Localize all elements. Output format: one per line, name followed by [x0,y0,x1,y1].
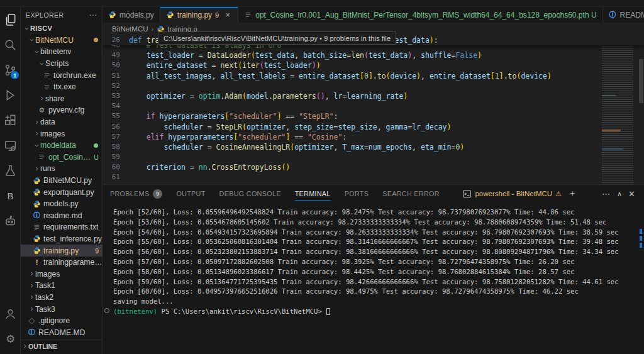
tree-item-exportquant.py[interactable]: exportquant.py [21,186,103,198]
breadcrumb[interactable]: BitNetMCU › training.p C:\Users\ankit\ri… [103,23,644,35]
code-line[interactable]: 60 criterion = nn.CrossEntropyLoss() [103,162,644,172]
code-text: criterion = nn.CrossEntropyLoss() [129,162,290,172]
chevron-right-icon [38,96,45,101]
tree-item-task2[interactable]: task2 [21,292,103,304]
tree-item-torchrun.exe[interactable]: torchrun.exe [21,69,103,81]
activity-item-accounts[interactable] [0,301,21,326]
tree-item-Task3[interactable]: Task3 [21,303,103,315]
badge: 1 [11,71,19,79]
close-icon[interactable]: ✕ [628,188,635,199]
chevron-right-icon [33,119,40,125]
outline-section[interactable]: OUTLINE [21,340,103,352]
tree-item-requirements.txt[interactable]: requirements.txt [21,221,103,233]
tab-models.py[interactable]: models.py [103,7,160,23]
activity-item-remote-explorer[interactable] [0,133,21,158]
tree-item-pyvenv.cfg[interactable]: ⚙pyvenv.cfg [21,104,103,116]
chevron-up-icon[interactable]: ∧ [617,188,622,199]
activity-item-explorer[interactable] [0,7,21,32]
activity-item-copilot[interactable] [0,208,21,233]
activity-item-testing[interactable] [0,158,21,183]
tab-opt_Cosine_lr0.001_Aug_B[interactable]: opt_Cosine_lr0.001_Aug_BitMnist_PerTenso… [238,7,602,23]
code-line[interactable]: 49 test_loader = DataLoader(test_data, b… [103,50,644,60]
code-line[interactable]: 50 entire_dataset = next(iter(test_loade… [103,60,644,70]
tree-item-label: images [40,130,65,138]
panel-tab-problems[interactable]: PROBLEMS9 [110,185,162,202]
tree-item-BitNetMCU.py[interactable]: BitNetMCU.py [21,175,103,187]
code-text: scheduler = CosineAnnealingLR(optimizer,… [129,142,464,152]
terminal-session-label: powershell - BitNetMCU [475,190,552,197]
tree-item-label: models.py [43,199,79,208]
panel-tab-ports[interactable]: PORTS [345,185,369,202]
activity-item-source-control[interactable]: 1 [0,57,21,82]
tree-item-ttx.exe[interactable]: ttx.exe [21,81,103,93]
tree-item-images[interactable]: images [21,128,103,140]
panel-tab-debug-console[interactable]: DEBUG CONSOLE [219,185,281,202]
activity-item-run-debug[interactable] [0,82,21,108]
code-editor[interactable]: 26def train_model(model, device, hyperpa… [103,35,644,184]
tree-item-data[interactable]: data [21,116,103,128]
plus-icon[interactable]: ＋ [568,188,577,199]
close-icon[interactable]: × [223,11,232,19]
panel-tab-label: DEBUG CONSOLE [219,190,281,197]
tab-README.MD[interactable]: ⓘREADME.MD [603,7,644,23]
tab-training.py[interactable]: training.py9× [160,7,239,23]
activity-item-settings[interactable]: ⚙ [0,326,21,351]
code-line[interactable]: 54 [103,101,644,111]
tree-item-BitNetMCU[interactable]: BitNetMCU [21,35,103,47]
ellipsis-icon[interactable]: ⋯ [89,11,97,19]
code-text: scheduler = StepLR(optimizer, step_size=… [129,122,451,132]
tabs: models.pytraining.py9×opt_Cosine_lr0.001… [103,7,644,23]
python-file-icon [33,200,41,208]
chevron-right-icon [33,131,40,136]
command-marker-icon [104,308,109,313]
tree-item-Task1[interactable]: Task1 [21,280,103,292]
tree-item-label: README.MD [38,328,85,337]
run-debug-icon [4,89,17,102]
line-number: 48 [103,45,129,50]
line-number: 59 [103,152,129,162]
terminal-output[interactable]: Epoch [52/60], Loss: 0.05596496492548824… [103,207,635,354]
tree-item-models.py[interactable]: models.py [21,198,103,210]
tree-item-bitnetenv[interactable]: bitnetenv [21,46,103,58]
tree-item-readme.md[interactable]: ⓘreadme.md [21,210,103,222]
terminal-session-item[interactable]: powershell - BitNetMCU⚠ [462,189,562,199]
breadcrumb-folder[interactable]: BitNetMCU [112,25,148,33]
panel-tab-search-error[interactable]: SEARCH ERROR [382,185,440,202]
tree-item-RISCV[interactable]: RISCV [21,23,103,35]
line-number: 50 [103,60,129,70]
terminal-icon [462,189,472,199]
code-line[interactable]: 56 scheduler = StepLR(optimizer, step_si… [103,122,644,132]
tree-item-README.MD[interactable]: ⓘREADME.MD [21,326,103,338]
code-line[interactable]: 59 [103,152,644,162]
tree-item-opt_Cosine_lr...[interactable]: opt_Cosine_lr...U [21,152,103,163]
tree-item-share[interactable]: share [21,93,103,105]
tree-item-Scripts[interactable]: Scripts [21,58,103,70]
tree-item-trainingparameters....[interactable]: !trainingparameters.... [21,257,103,268]
tree-item-modeldata[interactable]: modeldata [21,140,103,152]
code-line[interactable]: 53 optimizer = optim.Adam(model.paramete… [103,91,644,101]
problems-count-badge: 9 [153,189,162,199]
code-text: if hyperparameters["scheduler"] == "Step… [129,111,338,121]
code-line[interactable]: 55 if hyperparameters["scheduler"] == "S… [103,111,644,121]
code-line[interactable]: 61 [103,172,644,182]
code-line[interactable]: 58 scheduler = CosineAnnealingLR(optimiz… [103,142,644,152]
code-line[interactable]: 57 elif hyperparameters["scheduler"] == … [103,132,644,142]
tree-item-runs[interactable]: runs [21,163,103,175]
tree-item-test_inference.py[interactable]: test_inference.py [21,233,103,245]
tree-item-images[interactable]: images [21,268,103,280]
panel-tab-output[interactable]: OUTPUT [176,185,205,202]
line-number: 54 [103,101,129,111]
activity-item-search[interactable] [0,32,21,57]
file-tree: RISCVBitNetMCUbitnetenvScriptstorchrun.e… [21,23,103,338]
tree-item-training.py[interactable]: training.py9 [21,245,103,257]
clipped-line-content[interactable]: 48 # Test dataset is always in GPU [103,45,644,50]
code-lines: 49 test_loader = DataLoader(test_data, b… [103,50,644,182]
code-line[interactable]: 52 [103,81,644,91]
activity-item-extension-b[interactable]: B [0,183,21,208]
code-line[interactable]: 51 all_test_images, all_test_labels = en… [103,71,644,81]
ellipsis-icon[interactable]: ⋯ [602,188,611,199]
line-number: 49 [103,50,129,60]
activity-item-extensions[interactable] [0,108,21,133]
panel-tab-terminal[interactable]: TERMINAL [295,185,331,202]
tree-item-.gitignore[interactable]: .gitignore [21,315,103,327]
